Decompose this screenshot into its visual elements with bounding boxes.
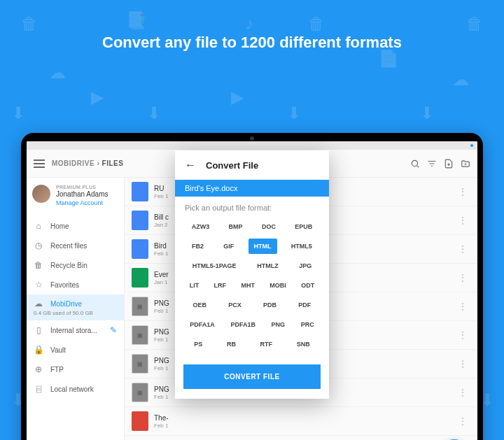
nav-ftp[interactable]: ⊕FTP xyxy=(27,360,124,379)
more-icon[interactable]: ⋮ xyxy=(455,387,470,398)
format-option[interactable]: EPUB xyxy=(289,219,318,234)
account-plan: PREMIUM PLUS xyxy=(56,185,118,190)
format-option[interactable]: PDB xyxy=(258,297,282,313)
cloud-icon: ☁ xyxy=(34,299,43,308)
nav-recycle[interactable]: 🗑Recycle Bin xyxy=(27,255,124,275)
format-option[interactable]: DOC xyxy=(256,219,281,234)
file-type-icon xyxy=(132,211,148,230)
marketing-headline: Convert any file to 1200 different forma… xyxy=(0,0,504,52)
more-icon[interactable]: ⋮ xyxy=(455,416,470,427)
breadcrumb-root: MOBIDRIVE xyxy=(52,159,94,167)
search-icon[interactable] xyxy=(410,159,420,169)
format-option[interactable]: HTML5 xyxy=(286,239,318,254)
home-icon: ⌂ xyxy=(34,221,43,231)
file-type-icon: ▣ xyxy=(132,383,148,402)
format-option[interactable]: PRC xyxy=(295,317,320,332)
nav-list: ⌂Home ◷Recent files 🗑Recycle Bin ☆Favori… xyxy=(27,213,124,399)
format-option[interactable]: LRF xyxy=(209,278,232,293)
file-type-icon: ▣ xyxy=(132,354,148,374)
add-file-icon[interactable] xyxy=(444,159,454,169)
format-option[interactable]: RTF xyxy=(255,336,279,352)
format-option[interactable]: LIT xyxy=(184,278,205,293)
manage-account-link[interactable]: Manage Account xyxy=(56,199,118,206)
more-icon[interactable]: ⋮ xyxy=(455,329,470,341)
dialog-title: Convert File xyxy=(206,160,258,171)
format-option[interactable]: BMP xyxy=(223,219,248,234)
nav-favorites[interactable]: ☆Favorites xyxy=(27,275,124,294)
avatar xyxy=(32,185,50,203)
file-type-icon xyxy=(132,239,148,259)
file-type-icon xyxy=(132,268,148,288)
format-option[interactable]: MOBI xyxy=(264,278,292,293)
more-icon[interactable]: ⋮ xyxy=(455,301,470,312)
phone-icon: ▯ xyxy=(34,325,43,335)
nav-recent[interactable]: ◷Recent files xyxy=(27,236,124,255)
format-option[interactable]: SNB xyxy=(291,336,316,352)
format-option[interactable]: PCX xyxy=(223,297,247,313)
storage-usage: 0.4 GB used of 50.0 GB xyxy=(34,310,93,316)
file-type-icon: ▣ xyxy=(132,297,148,316)
more-icon[interactable]: ⋮ xyxy=(455,243,470,255)
breadcrumb-current: FILES xyxy=(102,159,124,167)
nav-vault[interactable]: 🔒Vault xyxy=(27,340,124,360)
format-option[interactable]: PDFA1A xyxy=(184,317,220,332)
trash-icon: 🗑 xyxy=(34,260,43,270)
more-icon[interactable]: ⋮ xyxy=(455,186,470,197)
more-icon[interactable]: ⋮ xyxy=(455,215,470,226)
back-icon[interactable]: ← xyxy=(185,159,196,171)
more-icon[interactable]: ⋮ xyxy=(455,358,470,369)
format-option[interactable]: MHT xyxy=(235,278,260,293)
file-type-icon: ▣ xyxy=(132,325,148,345)
nav-internal[interactable]: ▯Internal stora...✎ xyxy=(27,320,124,340)
file-type-icon xyxy=(132,411,148,431)
account-name: Jonathan Adams xyxy=(56,190,118,198)
more-icon[interactable]: ⋮ xyxy=(455,272,470,283)
sort-icon[interactable] xyxy=(427,159,437,169)
nav-mobidrive[interactable]: ☁MobiDrive 0.4 GB used of 50.0 GB xyxy=(27,294,124,320)
format-option[interactable]: OEB xyxy=(188,297,213,313)
format-option[interactable]: PNG xyxy=(266,317,291,332)
screen: MOBIDRIVE › FILES xyxy=(27,141,477,440)
nav-home[interactable]: ⌂Home xyxy=(27,216,124,236)
network-icon: ⌸ xyxy=(34,384,43,394)
dialog-filename: Bird's Eye.docx xyxy=(175,180,329,197)
format-option[interactable]: RB xyxy=(221,336,241,352)
clean-icon[interactable]: ✎ xyxy=(110,325,117,335)
breadcrumb[interactable]: MOBIDRIVE › FILES xyxy=(52,159,123,167)
add-folder-icon[interactable] xyxy=(461,159,470,169)
file-name: The- xyxy=(154,414,449,422)
format-option[interactable]: GIF xyxy=(218,239,239,254)
status-bar xyxy=(27,141,477,150)
file-row[interactable]: The-Feb 1 ⋮ xyxy=(125,407,477,436)
tablet-camera xyxy=(250,136,254,141)
svg-point-0 xyxy=(412,160,417,166)
format-option[interactable]: HTMLZ xyxy=(251,258,284,274)
format-option[interactable]: JPG xyxy=(293,258,317,274)
nav-local[interactable]: ⌸Local network xyxy=(27,379,124,399)
format-option[interactable]: HTML xyxy=(248,239,277,254)
format-option[interactable]: HTML5-1PAGE xyxy=(187,258,242,274)
dialog-prompt: Pick an output file format: xyxy=(175,197,329,219)
sidebar: PREMIUM PLUS Jonathan Adams Manage Accou… xyxy=(27,178,125,440)
tablet-frame: MOBIDRIVE › FILES xyxy=(21,133,483,440)
format-option[interactable]: AZW3 xyxy=(186,219,216,234)
format-option[interactable]: ODT xyxy=(295,278,320,293)
format-option[interactable]: FB2 xyxy=(186,239,209,254)
format-option[interactable]: PS xyxy=(188,336,208,352)
format-grid: AZW3BMPDOCEPUBFB2GIFHTMLHTML5HTML5-1PAGE… xyxy=(175,219,329,357)
globe-icon: ⊕ xyxy=(34,364,43,374)
account-block[interactable]: PREMIUM PLUS Jonathan Adams Manage Accou… xyxy=(27,178,124,213)
file-type-icon xyxy=(132,182,148,201)
file-date: Feb 1 xyxy=(154,423,449,429)
star-icon: ☆ xyxy=(34,280,43,290)
menu-icon[interactable] xyxy=(34,159,45,168)
clock-icon: ◷ xyxy=(34,241,43,250)
convert-button[interactable]: CONVERT FILE xyxy=(183,364,321,389)
lock-icon: 🔒 xyxy=(34,345,43,355)
format-option[interactable]: PDF xyxy=(293,297,316,313)
file-row[interactable]: Trip To Wonderland.pptxFeb 1 ⋮ xyxy=(125,436,477,440)
dialog-header: ← Convert File xyxy=(175,150,329,180)
format-option[interactable]: PDFA1B xyxy=(225,317,261,332)
convert-dialog: ← Convert File Bird's Eye.docx Pick an o… xyxy=(175,150,329,399)
